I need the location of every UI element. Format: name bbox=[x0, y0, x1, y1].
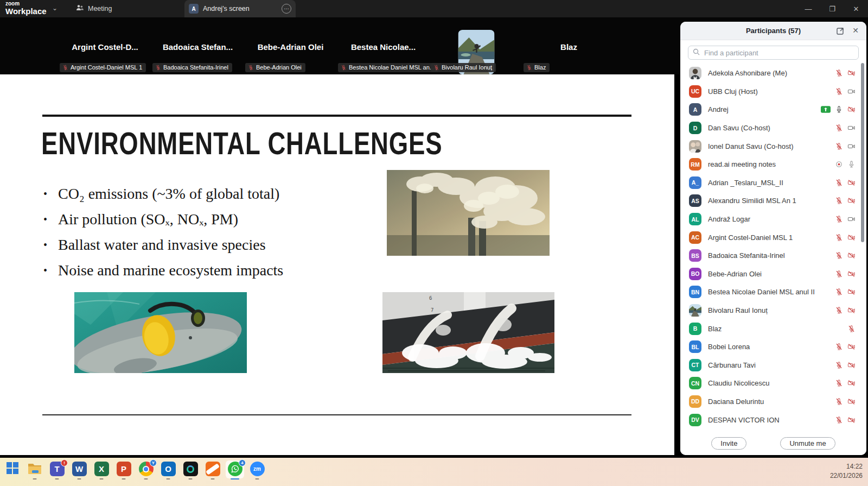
taskbar-orange-app-icon[interactable] bbox=[205, 462, 221, 480]
popout-icon[interactable] bbox=[836, 27, 845, 35]
mic-muted-icon bbox=[62, 65, 68, 71]
close-button[interactable]: ✕ bbox=[852, 5, 860, 13]
recording-icon bbox=[835, 160, 843, 168]
tile-participant-name: Argint Costel-D... bbox=[59, 42, 151, 52]
taskbar-outlook-icon[interactable]: O bbox=[160, 462, 176, 480]
participant-name: Bobei Lorena bbox=[708, 343, 824, 351]
search-box[interactable] bbox=[688, 46, 859, 60]
participant-row[interactable]: Bivolaru Raul Ionuț bbox=[680, 301, 866, 320]
mic-muted-icon bbox=[835, 69, 843, 77]
participant-row[interactable]: AAndrej bbox=[680, 100, 866, 119]
tile-name-badge: Bestea Nicolae Daniel MSL an... bbox=[338, 63, 438, 72]
participant-row[interactable]: RMread.ai meeting notes bbox=[680, 155, 866, 174]
participant-row[interactable]: BBlaz bbox=[680, 319, 866, 338]
maximize-button[interactable]: ❐ bbox=[828, 5, 837, 13]
participant-status-icons bbox=[831, 215, 856, 223]
participant-status-icons bbox=[831, 233, 856, 242]
tab-more-icon[interactable]: … bbox=[282, 4, 291, 14]
scrollbar-thumb[interactable] bbox=[861, 63, 864, 242]
mic-muted-icon bbox=[433, 65, 439, 71]
slide-bullet: Ballast water and invasive species bbox=[43, 232, 283, 257]
avatar: RM bbox=[689, 158, 701, 171]
participant-row[interactable]: BOBebe-Adrian Olei bbox=[680, 265, 866, 283]
participant-row[interactable]: UCUBB Cluj (Host) bbox=[680, 83, 866, 101]
taskbar-teams-icon[interactable]: T! bbox=[49, 462, 65, 480]
workplace-logo-text: Workplace bbox=[5, 7, 47, 15]
tile-badge-label: Badoaica Stefanita-Irinel bbox=[163, 64, 228, 71]
taskbar-word-icon[interactable]: W bbox=[71, 462, 87, 480]
participant-row[interactable]: DVDESPAN VICTOR ION bbox=[680, 411, 866, 429]
mic-muted-icon bbox=[248, 65, 254, 71]
running-indicator bbox=[189, 478, 193, 480]
participant-name: Adrian _Teslaru_MSL_II bbox=[708, 179, 824, 187]
tile-badge-label: Argint Costel-Daniel MSL 1 bbox=[71, 64, 142, 71]
taskbar-file-explorer-icon[interactable] bbox=[27, 462, 43, 480]
taskbar-powerpoint-icon[interactable]: P bbox=[116, 462, 132, 480]
zoom-meeting-window: zoom Workplace ⌄ Meeting A Andrej's scre… bbox=[0, 0, 868, 486]
window-controls: — ❐ ✕ bbox=[804, 0, 860, 17]
camera-off-icon bbox=[847, 343, 856, 351]
running-indicator bbox=[144, 478, 148, 480]
participant-row[interactable]: CNClaudiu Nicolicescu bbox=[680, 374, 866, 393]
taskbar-start-icon[interactable] bbox=[4, 462, 21, 480]
running-indicator bbox=[256, 478, 259, 480]
participant-row[interactable]: ASAlexandru Similidi MSL An 1 bbox=[680, 192, 866, 210]
avatar: UC bbox=[689, 85, 701, 98]
video-tile[interactable]: BlazBlaz bbox=[522, 17, 615, 74]
participant-row[interactable]: BLBobei Lorena bbox=[680, 338, 866, 356]
participant-row[interactable]: BSBadoaica Stefanita-Irinel bbox=[680, 247, 866, 265]
video-tile[interactable]: Badoaica Stefan...Badoaica Stefanita-Iri… bbox=[151, 17, 244, 74]
unmute-me-button[interactable]: Unmute me bbox=[780, 437, 835, 450]
participant-row[interactable]: ALAndraž Logar bbox=[680, 210, 866, 229]
close-icon[interactable]: ✕ bbox=[852, 26, 859, 35]
participants-title: Participants (57) bbox=[746, 27, 801, 35]
zoom-app-glyph: zm bbox=[250, 462, 265, 476]
participant-row[interactable]: CTCărbunaru Tavi bbox=[680, 356, 866, 375]
mic-muted-icon bbox=[835, 179, 843, 187]
participant-row[interactable]: A_Adrian _Teslaru_MSL_II bbox=[680, 174, 866, 192]
taskbar-chrome-icon[interactable]: Y bbox=[138, 462, 154, 480]
taskbar-whatsapp-icon[interactable]: 4 bbox=[227, 462, 243, 480]
minimize-button[interactable]: — bbox=[804, 5, 813, 13]
participant-row[interactable]: DDan Savu (Co-host) bbox=[680, 119, 866, 137]
tile-name-badge: Bebe-Adrian Olei bbox=[245, 63, 305, 72]
chevron-down-icon[interactable]: ⌄ bbox=[52, 4, 58, 12]
ballast-water-image: 6 7 bbox=[382, 292, 554, 373]
video-tile[interactable]: Bestea Nicolae...Bestea Nicolae Daniel M… bbox=[337, 17, 430, 74]
participant-row[interactable]: Adekola Ashonibare (Me) bbox=[680, 64, 866, 83]
video-tile[interactable]: Bebe-Adrian OleiBebe-Adrian Olei bbox=[244, 17, 337, 74]
participant-row[interactable]: DDDaciana Delurintu bbox=[680, 393, 866, 411]
taskbar-webex-icon[interactable] bbox=[182, 462, 199, 480]
video-tile[interactable]: Argint Costel-D...Argint Costel-Daniel M… bbox=[59, 17, 151, 74]
participant-name: Badoaica Stefanita-Irinel bbox=[708, 251, 824, 260]
camera-icon bbox=[847, 87, 856, 96]
video-tile[interactable]: Bivolaru Raul Ionuț bbox=[430, 17, 522, 74]
participant-row[interactable]: BNBestea Nicolae Daniel MSL anul II bbox=[680, 283, 866, 301]
running-indicator bbox=[167, 478, 170, 480]
mic-muted-icon bbox=[847, 325, 856, 333]
participant-name: Daciana Delurintu bbox=[708, 397, 824, 406]
mic-muted-icon bbox=[835, 233, 843, 242]
mic-muted-icon bbox=[341, 65, 347, 71]
mic-muted-icon bbox=[835, 142, 843, 150]
participant-search-input[interactable] bbox=[703, 48, 854, 58]
tile-participant-name: Badoaica Stefan... bbox=[151, 42, 244, 52]
avatar: DV bbox=[689, 414, 701, 426]
tile-name-badge: Argint Costel-Daniel MSL 1 bbox=[60, 63, 146, 72]
participant-status-icons bbox=[831, 160, 856, 168]
tab-meeting[interactable]: Meeting bbox=[71, 0, 117, 17]
avatar: AS bbox=[689, 194, 701, 207]
camera-off-icon bbox=[847, 197, 856, 205]
participant-row[interactable]: Ionel Danut Savu (Co-host) bbox=[680, 137, 866, 155]
webex-glyph bbox=[183, 462, 198, 476]
camera-off-icon bbox=[847, 306, 856, 314]
tab-andrejs-screen[interactable]: A Andrej's screen … bbox=[184, 0, 296, 17]
invite-button[interactable]: Invite bbox=[711, 437, 746, 450]
participant-name: Bebe-Adrian Olei bbox=[708, 270, 824, 278]
outlook-glyph: O bbox=[161, 462, 176, 476]
taskbar-excel-icon[interactable]: X bbox=[93, 462, 110, 480]
running-indicator bbox=[211, 478, 215, 480]
taskbar-clock[interactable]: 14:22 22/01/2026 bbox=[830, 462, 863, 481]
participant-row[interactable]: ACArgint Costel-Daniel MSL 1 bbox=[680, 228, 866, 247]
taskbar-zoom-app-icon[interactable]: zm bbox=[249, 462, 265, 480]
